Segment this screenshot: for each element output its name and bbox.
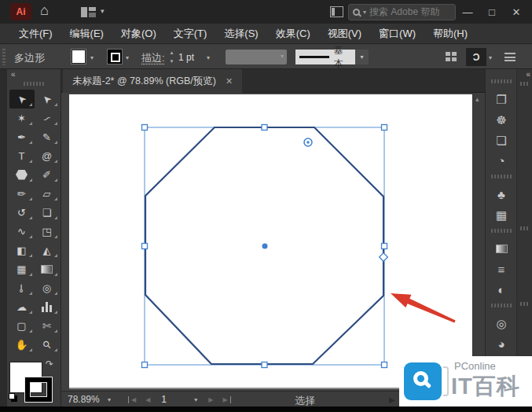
dock-collapse-icon[interactable]: « xyxy=(526,70,530,79)
swap-fill-stroke-icon[interactable]: ↷ xyxy=(46,359,53,370)
dock-grip-handle[interactable] xyxy=(520,302,530,306)
menu-edit[interactable]: 编辑(E) xyxy=(61,27,112,41)
color-guide-panel[interactable]: ◔ xyxy=(486,150,517,171)
menu-view[interactable]: 视图(V) xyxy=(319,27,370,41)
zoom-tool[interactable]: ⚲ xyxy=(35,335,60,354)
appearance-panel[interactable]: ◎ xyxy=(486,313,517,333)
hand-tool[interactable]: ✋ xyxy=(9,335,35,354)
magic-wand-tool[interactable]: ✶ xyxy=(9,109,35,127)
menu-effect[interactable]: 效果(C) xyxy=(267,27,319,41)
dock-grip-handle[interactable] xyxy=(520,226,530,230)
layers-panel[interactable]: ❐ xyxy=(486,89,517,109)
dock-grip-handle[interactable] xyxy=(491,303,512,307)
tools-collapse-icon[interactable]: « xyxy=(11,70,15,79)
shape-properties-button[interactable]: Ɔ xyxy=(466,48,486,66)
blend-tool[interactable]: ◎ xyxy=(35,278,60,297)
shape-tool[interactable] xyxy=(9,165,35,184)
vertical-scrollbar[interactable]: ▴ xyxy=(472,93,485,391)
stroke-weight-stepper[interactable]: ▴ ▾ xyxy=(168,50,175,64)
first-artboard-button[interactable]: ◀ xyxy=(128,396,141,403)
close-button[interactable]: ✕ xyxy=(507,3,526,20)
minimize-button[interactable]: — xyxy=(458,3,477,20)
stepper-down-icon[interactable]: ▾ xyxy=(168,58,175,64)
dock-grip-handle[interactable] xyxy=(491,79,512,83)
recolor-artwork-icon[interactable] xyxy=(446,52,457,62)
perspective-grid-tool[interactable]: ◭ xyxy=(35,241,60,259)
stroke-weight-label[interactable]: 描边: xyxy=(141,51,165,65)
variable-width-profile-dropdown[interactable] xyxy=(226,50,287,64)
document-tab[interactable]: 未标题-2* @ 78.89% (RGB/预览) ✕ xyxy=(63,69,242,93)
eyedropper-tool[interactable]: ⊸ xyxy=(9,278,35,297)
paintbrush-tool[interactable]: ✐ xyxy=(35,165,60,184)
curvature-tool[interactable]: ✎ xyxy=(35,127,60,146)
stroke-proxy-swatch[interactable] xyxy=(25,377,52,402)
direct-selection-tool[interactable]: ➤ xyxy=(35,90,60,109)
artboard-chevron-down-icon[interactable]: ▾ xyxy=(194,396,197,403)
eraser-tool[interactable]: ▱ xyxy=(35,184,60,203)
stepper-up-icon[interactable]: ▴ xyxy=(168,50,175,56)
gradient-tool[interactable] xyxy=(35,259,60,278)
stroke-color-swatch[interactable] xyxy=(108,50,122,64)
stroke-panel[interactable]: ≡ xyxy=(486,259,517,279)
shaper-tool[interactable]: ✏ xyxy=(9,184,35,203)
lasso-tool[interactable]: ∽ xyxy=(35,109,60,127)
pen-tool[interactable]: ✒ xyxy=(9,127,35,146)
menu-file[interactable]: 文件(F) xyxy=(10,27,61,41)
free-transform-tool[interactable]: ◳ xyxy=(35,222,60,241)
shape-builder-tool[interactable]: ◧ xyxy=(9,241,35,259)
previous-artboard-button[interactable]: ◀ xyxy=(141,396,155,403)
maximize-button[interactable]: □ xyxy=(482,3,501,20)
menu-type[interactable]: 文字(T) xyxy=(165,27,216,41)
search-input[interactable]: ▾ 搜索 Adobe 帮助 xyxy=(348,4,456,20)
rotate-tool[interactable]: ↺ xyxy=(9,203,35,222)
symbols-panel[interactable]: ♣ xyxy=(486,184,517,204)
scroll-right-icon[interactable]: ▶ xyxy=(389,395,395,404)
artboard-number-field[interactable]: 1 ▾ xyxy=(157,393,201,406)
zoom-chevron-down-icon[interactable]: ▾ xyxy=(108,396,111,403)
dock-grip-handle[interactable] xyxy=(491,175,512,178)
brush-definition-dropdown[interactable]: 基本 xyxy=(295,50,355,64)
graphic-styles-panel[interactable]: ◕ xyxy=(486,333,517,354)
spiral-tool[interactable]: @ xyxy=(35,146,60,165)
options-grip-handle[interactable] xyxy=(2,49,6,65)
slice-tool[interactable]: ✄ xyxy=(35,316,60,335)
menu-help[interactable]: 帮助(H) xyxy=(424,27,476,41)
zoom-level-value[interactable]: 78.89% xyxy=(68,394,100,405)
menu-select[interactable]: 选择(S) xyxy=(215,27,266,41)
artboard-tool[interactable]: ▢ xyxy=(9,316,35,335)
libraries-panel[interactable]: ❏ xyxy=(486,130,517,150)
shape-center-point[interactable] xyxy=(262,244,268,249)
gradient-panel[interactable] xyxy=(486,238,517,259)
menu-window[interactable]: 窗口(W) xyxy=(370,27,424,41)
scale-tool[interactable]: ❏ xyxy=(35,203,60,222)
dock-grip-handle[interactable] xyxy=(520,82,530,86)
default-fill-stroke-icon[interactable] xyxy=(9,393,15,399)
stroke-weight-field[interactable]: 1 pt xyxy=(178,50,204,64)
symbol-sprayer-tool[interactable]: ☁ xyxy=(9,297,35,316)
last-artboard-button[interactable]: ▶ xyxy=(218,396,230,403)
brush-chevron-down-icon[interactable]: ▾ xyxy=(355,50,369,64)
fill-chevron-down-icon[interactable]: ▾ xyxy=(90,54,94,61)
fill-color-swatch[interactable] xyxy=(72,50,86,64)
shape-properties-chevron-down-icon[interactable]: ▾ xyxy=(489,54,492,61)
scroll-up-icon[interactable]: ▴ xyxy=(475,95,479,103)
arrange-documents-icon[interactable] xyxy=(330,6,343,17)
color-panel[interactable]: ☸ xyxy=(486,109,517,130)
search-chevron-down-icon[interactable]: ▾ xyxy=(363,9,366,16)
graph-tool[interactable] xyxy=(35,297,60,316)
swatches-panel[interactable]: ▦ xyxy=(486,204,517,225)
width-tool[interactable]: ∿ xyxy=(9,222,35,241)
workspace-switcher-icon[interactable] xyxy=(81,7,87,17)
stroke-weight-chevron-down-icon[interactable]: ▾ xyxy=(207,54,210,61)
tab-close-icon[interactable]: ✕ xyxy=(226,76,233,86)
stroke-chevron-down-icon[interactable]: ▾ xyxy=(126,54,129,61)
dock-grip-handle[interactable] xyxy=(491,229,512,233)
transparency-panel[interactable]: ◐ xyxy=(486,279,517,300)
workspace-chevron-down-icon[interactable]: ▾ xyxy=(101,7,105,15)
mesh-tool[interactable]: ▦ xyxy=(9,259,35,278)
home-icon[interactable]: ⌂ xyxy=(40,2,49,19)
type-tool[interactable]: T xyxy=(9,146,35,165)
app-logo-icon[interactable]: Ai xyxy=(10,3,31,20)
menu-object[interactable]: 对象(O) xyxy=(112,27,165,41)
options-menu-icon[interactable] xyxy=(504,53,515,61)
